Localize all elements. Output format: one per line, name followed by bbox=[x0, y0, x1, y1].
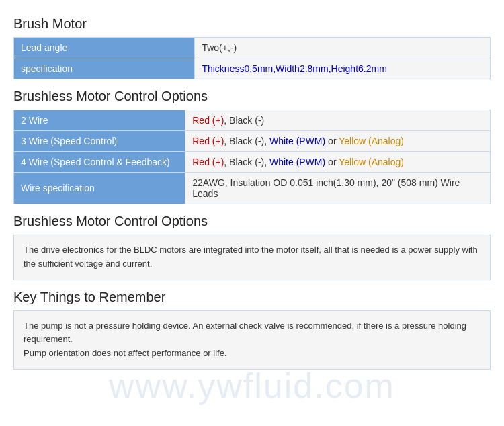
brush-motor-table: Lead angle Two(+,-) specification Thickn… bbox=[13, 37, 491, 79]
table-row: Wire specification 22AWG, Insulation OD … bbox=[14, 173, 491, 204]
black-text: Black (-) bbox=[229, 115, 264, 126]
table-row: 2 Wire Red (+), Black (-) bbox=[14, 110, 491, 131]
wire3-label: 3 Wire (Speed Control) bbox=[14, 131, 185, 152]
brushless-desc-title: Brushless Motor Control Options bbox=[13, 214, 491, 229]
lead-angle-value: Two(+,-) bbox=[195, 38, 491, 58]
red-text: Red (+) bbox=[192, 115, 224, 126]
specification-value: Thickness0.5mm,Width2.8mm,Height6.2mm bbox=[195, 58, 491, 79]
wire-spec-label: Wire specification bbox=[14, 173, 185, 204]
specification-label: specification bbox=[14, 58, 195, 79]
red-text: Red (+) bbox=[192, 136, 224, 146]
wire2-value: Red (+), Black (-) bbox=[185, 110, 491, 131]
red-text: Red (+) bbox=[192, 157, 224, 167]
key-things-title: Key Things to Remember bbox=[13, 290, 491, 305]
wire-spec-value: 22AWG, Insulation OD 0.051 inch(1.30 mm)… bbox=[185, 173, 491, 204]
brushless-description-box: The drive electronics for the BLDC motor… bbox=[13, 235, 491, 280]
brushless-options-title: Brushless Motor Control Options bbox=[13, 89, 491, 104]
white-text: White (PWM) bbox=[269, 136, 325, 146]
brushless-description-text: The drive electronics for the BLDC motor… bbox=[24, 245, 478, 269]
brush-motor-title: Brush Motor bbox=[13, 16, 491, 32]
yellow-text: Yellow (Analog) bbox=[339, 136, 404, 146]
wire3-value: Red (+), Black (-), White (PWM) or Yello… bbox=[185, 131, 491, 152]
yellow-text: Yellow (Analog) bbox=[339, 157, 404, 167]
table-row: 4 Wire (Speed Control & Feedback) Red (+… bbox=[14, 152, 491, 173]
key-things-box: The pump is not a pressure holding devic… bbox=[13, 310, 491, 370]
wire4-label: 4 Wire (Speed Control & Feedback) bbox=[14, 152, 185, 173]
wire2-label: 2 Wire bbox=[14, 110, 185, 131]
table-row: 3 Wire (Speed Control) Red (+), Black (-… bbox=[14, 131, 491, 152]
wire4-value: Red (+), Black (-), White (PWM) or Yello… bbox=[185, 152, 491, 173]
key-things-line1: The pump is not a pressure holding devic… bbox=[24, 319, 480, 347]
table-row: Lead angle Two(+,-) bbox=[14, 38, 491, 58]
table-row: specification Thickness0.5mm,Width2.8mm,… bbox=[14, 58, 491, 79]
white-text: White (PWM) bbox=[269, 157, 325, 167]
brushless-options-table: 2 Wire Red (+), Black (-) 3 Wire (Speed … bbox=[13, 110, 491, 204]
key-things-line2: Pump orientation does not affect perform… bbox=[24, 347, 480, 361]
lead-angle-label: Lead angle bbox=[14, 38, 195, 58]
